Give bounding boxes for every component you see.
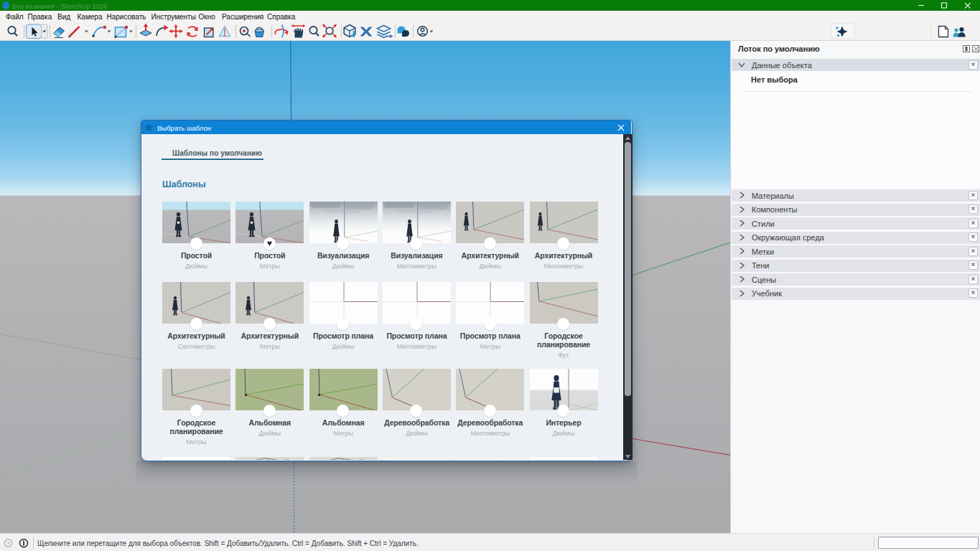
svg-text:?: ? [6, 540, 10, 547]
